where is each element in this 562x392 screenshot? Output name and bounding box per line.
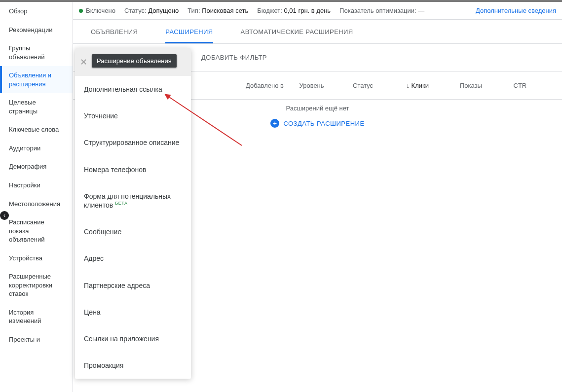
sidebar-item[interactable]: Целевые страницы: [0, 93, 73, 120]
status-field: Статус: Допущено: [124, 7, 179, 14]
sidebar-item[interactable]: Объявления и расширения: [0, 66, 73, 93]
status-dot-icon: [79, 9, 83, 13]
beta-badge: БЕТА: [115, 201, 127, 206]
dropdown-item[interactable]: Промоакция: [75, 352, 191, 379]
tab[interactable]: РАСШИРЕНИЯ: [165, 20, 213, 43]
sidebar-item[interactable]: Аудитории: [0, 139, 73, 158]
dropdown-item[interactable]: Структурированное описание: [75, 129, 191, 156]
status-enabled-label: Включено: [86, 7, 115, 14]
column-header[interactable]: ↓ Клики: [402, 82, 455, 89]
type-field: Тип: Поисковая сеть: [187, 7, 248, 14]
column-header[interactable]: Уровень: [295, 82, 348, 89]
dropdown-item[interactable]: Адрес: [75, 245, 191, 272]
plus-icon: +: [270, 119, 279, 128]
more-details-link[interactable]: Дополнительные сведения: [476, 7, 556, 14]
sidebar-item[interactable]: Обзор: [0, 2, 73, 21]
close-icon[interactable]: ✕: [80, 57, 87, 68]
sidebar-item[interactable]: Устройства: [0, 249, 73, 268]
column-header[interactable]: Статус: [348, 82, 402, 89]
tab[interactable]: АВТОМАТИЧЕСКИЕ РАСШИРЕНИЯ: [241, 20, 353, 43]
column-header[interactable]: Добавлено в: [241, 82, 295, 89]
sidebar-item[interactable]: Рекомендации: [0, 21, 73, 39]
sidebar-item[interactable]: Настройки: [0, 176, 73, 195]
extension-type-dropdown: ✕ Расширение объявления Дополнительная с…: [75, 48, 191, 379]
sidebar-item[interactable]: Расширенные корректировки ставок: [0, 267, 73, 303]
dropdown-item[interactable]: Форма для потенциальных клиентовБЕТА: [75, 183, 191, 218]
sidebar-item[interactable]: Демография: [0, 157, 73, 176]
dropdown-header: ✕ Расширение объявления: [75, 48, 191, 76]
sidebar-item[interactable]: История изменений: [0, 303, 73, 330]
sidebar-item[interactable]: Местоположения: [0, 195, 73, 214]
sidebar-item[interactable]: Проекты и: [0, 330, 73, 349]
dropdown-item[interactable]: Номера телефонов: [75, 156, 191, 183]
sidebar-item[interactable]: Группы объявлений: [0, 39, 73, 66]
dropdown-item[interactable]: Цена: [75, 299, 191, 325]
sidebar-item[interactable]: Расписание показа объявлений: [0, 213, 73, 249]
dropdown-tooltip: Расширение объявления: [92, 54, 177, 68]
tab-strip: ОБЪЯВЛЕНИЯРАСШИРЕНИЯАВТОМАТИЧЕСКИЕ РАСШИ…: [73, 20, 562, 44]
campaign-status-bar: Включено Статус: Допущено Тип: Поисковая…: [73, 2, 562, 20]
dropdown-item[interactable]: Дополнительная ссылка: [75, 76, 191, 103]
create-extension-label: СОЗДАТЬ РАСШИРЕНИЕ: [283, 120, 364, 127]
column-header[interactable]: Показы: [455, 82, 509, 89]
column-header[interactable]: CTR: [509, 82, 562, 89]
optimization-field: Показатель оптимизации: —: [339, 7, 424, 14]
add-filter-label: ДОБАВИТЬ ФИЛЬТР: [201, 54, 267, 61]
tab[interactable]: ОБЪЯВЛЕНИЯ: [91, 20, 138, 43]
dropdown-item[interactable]: Уточнение: [75, 103, 191, 129]
create-extension-button[interactable]: + СОЗДАТЬ РАСШИРЕНИЕ: [270, 119, 364, 128]
collapse-nav-icon[interactable]: ‹: [0, 211, 9, 220]
dropdown-item[interactable]: Партнерские адреса: [75, 272, 191, 299]
left-nav: ОбзорРекомендацииГруппы объявленийОбъявл…: [0, 2, 73, 392]
sidebar-item[interactable]: Ключевые слова: [0, 120, 73, 139]
dropdown-item[interactable]: Сообщение: [75, 218, 191, 245]
dropdown-item[interactable]: Ссылки на приложения: [75, 325, 191, 352]
status-enabled[interactable]: Включено: [79, 7, 115, 14]
budget-field[interactable]: Бюджет: 0,01 грн. в день: [257, 7, 331, 14]
